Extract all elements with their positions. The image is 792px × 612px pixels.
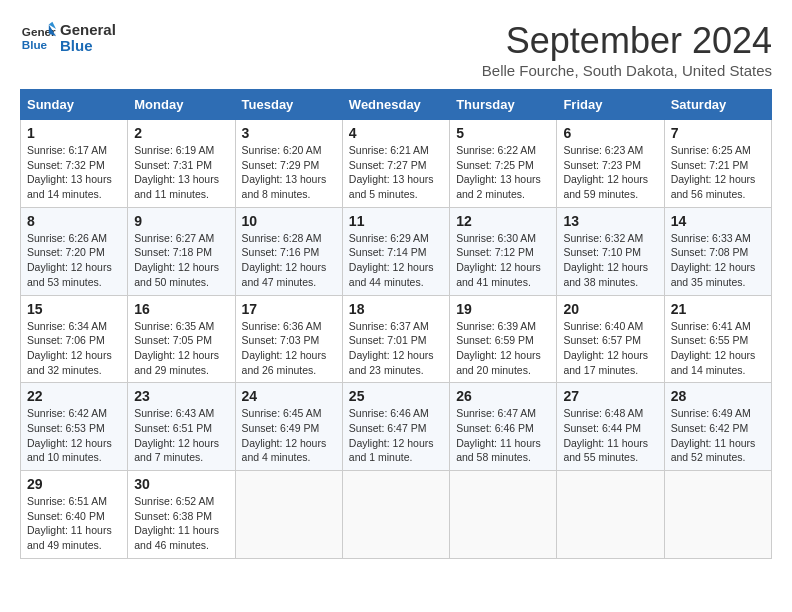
day-number: 8 [27,213,121,229]
calendar-cell: 5Sunrise: 6:22 AM Sunset: 7:25 PM Daylig… [450,120,557,208]
week-row-5: 29Sunrise: 6:51 AM Sunset: 6:40 PM Dayli… [21,471,772,559]
day-number: 28 [671,388,765,404]
day-info: Sunrise: 6:17 AM Sunset: 7:32 PM Dayligh… [27,143,121,202]
day-info: Sunrise: 6:22 AM Sunset: 7:25 PM Dayligh… [456,143,550,202]
day-number: 29 [27,476,121,492]
week-row-2: 8Sunrise: 6:26 AM Sunset: 7:20 PM Daylig… [21,207,772,295]
location-title: Belle Fourche, South Dakota, United Stat… [482,62,772,79]
day-info: Sunrise: 6:43 AM Sunset: 6:51 PM Dayligh… [134,406,228,465]
day-number: 30 [134,476,228,492]
day-number: 27 [563,388,657,404]
calendar-cell: 4Sunrise: 6:21 AM Sunset: 7:27 PM Daylig… [342,120,449,208]
day-info: Sunrise: 6:34 AM Sunset: 7:06 PM Dayligh… [27,319,121,378]
day-number: 20 [563,301,657,317]
logo-icon: General Blue [20,20,56,56]
calendar-cell: 10Sunrise: 6:28 AM Sunset: 7:16 PM Dayli… [235,207,342,295]
day-info: Sunrise: 6:32 AM Sunset: 7:10 PM Dayligh… [563,231,657,290]
day-number: 7 [671,125,765,141]
calendar-cell: 21Sunrise: 6:41 AM Sunset: 6:55 PM Dayli… [664,295,771,383]
day-number: 15 [27,301,121,317]
calendar-cell [557,471,664,559]
weekday-header-row: SundayMondayTuesdayWednesdayThursdayFrid… [21,90,772,120]
calendar-cell: 12Sunrise: 6:30 AM Sunset: 7:12 PM Dayli… [450,207,557,295]
svg-text:Blue: Blue [22,38,48,51]
calendar-cell: 1Sunrise: 6:17 AM Sunset: 7:32 PM Daylig… [21,120,128,208]
calendar-cell: 2Sunrise: 6:19 AM Sunset: 7:31 PM Daylig… [128,120,235,208]
day-number: 23 [134,388,228,404]
calendar-cell: 20Sunrise: 6:40 AM Sunset: 6:57 PM Dayli… [557,295,664,383]
day-info: Sunrise: 6:28 AM Sunset: 7:16 PM Dayligh… [242,231,336,290]
day-info: Sunrise: 6:19 AM Sunset: 7:31 PM Dayligh… [134,143,228,202]
day-info: Sunrise: 6:20 AM Sunset: 7:29 PM Dayligh… [242,143,336,202]
logo-general: General [60,22,116,39]
day-number: 11 [349,213,443,229]
calendar-cell: 22Sunrise: 6:42 AM Sunset: 6:53 PM Dayli… [21,383,128,471]
calendar-cell: 27Sunrise: 6:48 AM Sunset: 6:44 PM Dayli… [557,383,664,471]
calendar-cell [450,471,557,559]
day-info: Sunrise: 6:29 AM Sunset: 7:14 PM Dayligh… [349,231,443,290]
calendar-cell: 9Sunrise: 6:27 AM Sunset: 7:18 PM Daylig… [128,207,235,295]
day-info: Sunrise: 6:42 AM Sunset: 6:53 PM Dayligh… [27,406,121,465]
day-info: Sunrise: 6:27 AM Sunset: 7:18 PM Dayligh… [134,231,228,290]
calendar-cell: 19Sunrise: 6:39 AM Sunset: 6:59 PM Dayli… [450,295,557,383]
calendar-cell [342,471,449,559]
day-number: 24 [242,388,336,404]
day-info: Sunrise: 6:25 AM Sunset: 7:21 PM Dayligh… [671,143,765,202]
day-number: 10 [242,213,336,229]
week-row-3: 15Sunrise: 6:34 AM Sunset: 7:06 PM Dayli… [21,295,772,383]
page-header: General Blue General Blue September 2024… [20,20,772,79]
calendar-cell: 17Sunrise: 6:36 AM Sunset: 7:03 PM Dayli… [235,295,342,383]
calendar-cell: 7Sunrise: 6:25 AM Sunset: 7:21 PM Daylig… [664,120,771,208]
calendar-cell: 13Sunrise: 6:32 AM Sunset: 7:10 PM Dayli… [557,207,664,295]
week-row-1: 1Sunrise: 6:17 AM Sunset: 7:32 PM Daylig… [21,120,772,208]
day-number: 5 [456,125,550,141]
month-title: September 2024 [482,20,772,62]
calendar-cell: 30Sunrise: 6:52 AM Sunset: 6:38 PM Dayli… [128,471,235,559]
day-info: Sunrise: 6:48 AM Sunset: 6:44 PM Dayligh… [563,406,657,465]
day-info: Sunrise: 6:39 AM Sunset: 6:59 PM Dayligh… [456,319,550,378]
day-number: 9 [134,213,228,229]
calendar-cell: 23Sunrise: 6:43 AM Sunset: 6:51 PM Dayli… [128,383,235,471]
day-number: 21 [671,301,765,317]
calendar-cell: 14Sunrise: 6:33 AM Sunset: 7:08 PM Dayli… [664,207,771,295]
day-number: 25 [349,388,443,404]
day-number: 26 [456,388,550,404]
day-number: 6 [563,125,657,141]
day-info: Sunrise: 6:21 AM Sunset: 7:27 PM Dayligh… [349,143,443,202]
calendar-cell: 25Sunrise: 6:46 AM Sunset: 6:47 PM Dayli… [342,383,449,471]
day-number: 16 [134,301,228,317]
calendar-cell: 18Sunrise: 6:37 AM Sunset: 7:01 PM Dayli… [342,295,449,383]
weekday-header-monday: Monday [128,90,235,120]
day-number: 19 [456,301,550,317]
day-info: Sunrise: 6:33 AM Sunset: 7:08 PM Dayligh… [671,231,765,290]
calendar-cell: 24Sunrise: 6:45 AM Sunset: 6:49 PM Dayli… [235,383,342,471]
calendar-cell: 15Sunrise: 6:34 AM Sunset: 7:06 PM Dayli… [21,295,128,383]
day-number: 22 [27,388,121,404]
calendar-cell: 29Sunrise: 6:51 AM Sunset: 6:40 PM Dayli… [21,471,128,559]
day-number: 4 [349,125,443,141]
logo-blue: Blue [60,38,116,55]
weekday-header-friday: Friday [557,90,664,120]
day-number: 17 [242,301,336,317]
weekday-header-saturday: Saturday [664,90,771,120]
day-info: Sunrise: 6:26 AM Sunset: 7:20 PM Dayligh… [27,231,121,290]
day-number: 1 [27,125,121,141]
day-info: Sunrise: 6:45 AM Sunset: 6:49 PM Dayligh… [242,406,336,465]
calendar-cell [235,471,342,559]
day-number: 3 [242,125,336,141]
day-info: Sunrise: 6:37 AM Sunset: 7:01 PM Dayligh… [349,319,443,378]
day-info: Sunrise: 6:40 AM Sunset: 6:57 PM Dayligh… [563,319,657,378]
calendar-table: SundayMondayTuesdayWednesdayThursdayFrid… [20,89,772,559]
day-number: 12 [456,213,550,229]
calendar-cell: 28Sunrise: 6:49 AM Sunset: 6:42 PM Dayli… [664,383,771,471]
weekday-header-thursday: Thursday [450,90,557,120]
calendar-cell: 11Sunrise: 6:29 AM Sunset: 7:14 PM Dayli… [342,207,449,295]
calendar-cell: 16Sunrise: 6:35 AM Sunset: 7:05 PM Dayli… [128,295,235,383]
weekday-header-sunday: Sunday [21,90,128,120]
day-info: Sunrise: 6:36 AM Sunset: 7:03 PM Dayligh… [242,319,336,378]
logo: General Blue General Blue [20,20,116,56]
day-info: Sunrise: 6:47 AM Sunset: 6:46 PM Dayligh… [456,406,550,465]
day-info: Sunrise: 6:30 AM Sunset: 7:12 PM Dayligh… [456,231,550,290]
day-number: 2 [134,125,228,141]
weekday-header-wednesday: Wednesday [342,90,449,120]
